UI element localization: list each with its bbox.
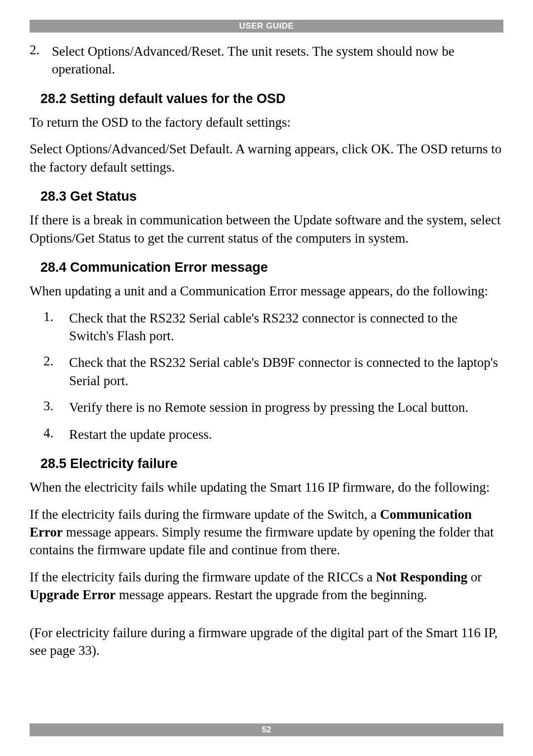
section-heading-285: 28.5 Electricity failure xyxy=(30,456,503,471)
step-text: Check that the RS232 Serial cable's RS23… xyxy=(69,309,503,345)
header-bar: USER GUIDE xyxy=(30,20,503,33)
text-span: If the electricity fails during the firm… xyxy=(30,507,380,522)
paragraph: If the electricity fails during the firm… xyxy=(30,568,503,604)
intro-step-2: 2. Select Options/Advanced/Reset. The un… xyxy=(30,42,503,78)
step-text: Verify there is no Remote session in pro… xyxy=(69,398,503,416)
list-item: 4. Restart the update process. xyxy=(43,426,503,443)
paragraph: If the electricity fails during the firm… xyxy=(30,505,503,559)
list-item: 1. Check that the RS232 Serial cable's R… xyxy=(43,309,503,345)
paragraph: (For electricity failure during a firmwa… xyxy=(30,624,503,660)
footer-bar: 52 xyxy=(30,723,503,736)
paragraph: When the electricity fails while updatin… xyxy=(30,478,503,496)
step-number: 3. xyxy=(43,398,69,416)
step-list-284: 1. Check that the RS232 Serial cable's R… xyxy=(30,309,503,444)
paragraph: Select Options/Advanced/Set Default. A w… xyxy=(30,140,503,176)
paragraph: When updating a unit and a Communication… xyxy=(30,282,503,300)
step-number: 4. xyxy=(43,426,69,443)
text-span: message appears. Simply resume the firmw… xyxy=(30,525,494,557)
section-heading-282: 28.2 Setting default values for the OSD xyxy=(30,91,503,107)
step-text: Select Options/Advanced/Reset. The unit … xyxy=(52,42,503,78)
text-span: or xyxy=(467,570,482,584)
bold-text: Not Responding xyxy=(376,570,467,584)
paragraph: To return the OSD to the factory default… xyxy=(30,113,503,131)
step-number: 2. xyxy=(43,354,69,390)
step-number: 2. xyxy=(30,42,52,78)
page-number: 52 xyxy=(262,725,271,734)
step-text: Check that the RS232 Serial cable's DB9F… xyxy=(69,354,503,390)
section-heading-283: 28.3 Get Status xyxy=(30,189,503,204)
header-title: USER GUIDE xyxy=(239,21,294,31)
list-item: 3. Verify there is no Remote session in … xyxy=(43,398,503,416)
text-span: message appears. Restart the upgrade fro… xyxy=(115,587,427,602)
bold-text: Upgrade Error xyxy=(30,587,115,602)
section-heading-284: 28.4 Communication Error message xyxy=(30,260,503,275)
text-span: If the electricity fails during the firm… xyxy=(30,570,376,584)
step-number: 1. xyxy=(43,309,69,345)
paragraph: If there is a break in communication bet… xyxy=(30,211,503,247)
step-text: Restart the update process. xyxy=(69,426,503,443)
list-item: 2. Check that the RS232 Serial cable's D… xyxy=(43,354,503,390)
